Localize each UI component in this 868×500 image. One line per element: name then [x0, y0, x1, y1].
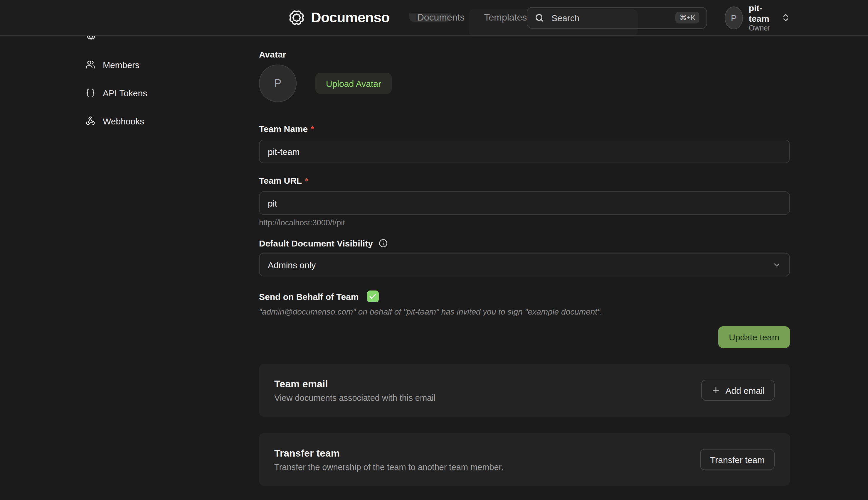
visibility-selected-value: Admins only	[268, 260, 316, 270]
transfer-team-title: Transfer team	[274, 447, 504, 459]
info-icon[interactable]	[379, 239, 388, 248]
team-settings-form: Avatar P Upload Avatar Team Name* Team U…	[259, 36, 790, 500]
transfer-team-text: Transfer team Transfer the ownership of …	[274, 447, 504, 471]
team-url-input[interactable]	[259, 191, 790, 215]
transfer-team-card: Transfer team Transfer the ownership of …	[259, 433, 790, 486]
visibility-select[interactable]: Admins only	[259, 253, 790, 276]
check-icon	[369, 293, 377, 300]
nav-templates[interactable]: Templates	[484, 12, 527, 23]
user-avatar: P	[725, 6, 743, 29]
avatar-label: Avatar	[259, 49, 790, 59]
send-on-behalf-label: Send on Behalf of Team	[259, 291, 359, 302]
top-navigation-bar: Documenso Documents Templates ⌘+K P pit-…	[0, 0, 868, 36]
team-email-title: Team email	[274, 378, 435, 390]
upload-avatar-button[interactable]: Upload Avatar	[315, 73, 392, 94]
braces-icon	[86, 88, 95, 98]
transfer-team-description: Transfer the ownership of the team to an…	[274, 462, 504, 471]
send-on-behalf-example: "admin@documenso.com" on behalf of "pit-…	[259, 307, 790, 316]
main-nav: Documents Templates	[417, 12, 527, 23]
search-input[interactable]	[550, 12, 669, 23]
required-asterisk: *	[311, 124, 314, 134]
user-role: Owner	[749, 24, 775, 33]
team-email-card: Team email View documents associated wit…	[259, 364, 790, 417]
documenso-logo[interactable]: Documenso	[288, 9, 390, 26]
team-name-label: Team Name*	[259, 124, 790, 134]
plus-icon	[712, 386, 721, 395]
sidebar-item-api-tokens[interactable]: API Tokens	[86, 87, 147, 99]
team-email-description: View documents associated with this emai…	[274, 393, 435, 402]
sidebar-items: Members API Tokens	[86, 59, 147, 127]
send-on-behalf-row: Send on Behalf of Team	[259, 291, 790, 302]
search-icon	[534, 13, 544, 23]
webhook-icon	[86, 116, 95, 126]
team-email-text: Team email View documents associated wit…	[274, 378, 435, 402]
required-asterisk: *	[305, 175, 308, 185]
avatar-row: P Upload Avatar	[259, 65, 790, 102]
nav-documents[interactable]: Documents	[417, 12, 465, 23]
chevron-down-icon	[772, 260, 781, 269]
team-name-input[interactable]	[259, 140, 790, 163]
user-team-name: pit-team	[749, 3, 775, 24]
team-avatar: P	[259, 65, 297, 102]
sidebar-item-members[interactable]: Members	[86, 59, 147, 70]
chevrons-up-down-icon	[781, 13, 790, 22]
sidebar-item-label: Members	[103, 59, 140, 70]
sidebar-item-webhooks[interactable]: Webhooks	[86, 115, 147, 127]
user-meta: pit-team Owner	[749, 3, 775, 33]
search-bar[interactable]: ⌘+K	[527, 7, 707, 29]
documenso-rosette-icon	[288, 9, 305, 26]
update-team-button[interactable]: Update team	[718, 326, 790, 348]
visibility-label: Default Document Visibility	[259, 238, 790, 248]
team-url-label: Team URL*	[259, 175, 790, 185]
user-menu[interactable]: P pit-team Owner	[725, 3, 790, 33]
documenso-team-settings-page: Members API Tokens	[0, 0, 868, 500]
sidebar-item-label: Webhooks	[103, 116, 144, 126]
add-email-button[interactable]: Add email	[701, 380, 775, 401]
team-url-helper: http://localhost:3000/t/pit	[259, 218, 790, 227]
search-shortcut-badge: ⌘+K	[675, 12, 699, 23]
sidebar-item-label: API Tokens	[103, 88, 147, 98]
send-on-behalf-checkbox[interactable]	[367, 291, 379, 302]
users-icon	[86, 60, 95, 69]
brand-name: Documenso	[311, 9, 390, 26]
transfer-team-button[interactable]: Transfer team	[700, 449, 775, 470]
